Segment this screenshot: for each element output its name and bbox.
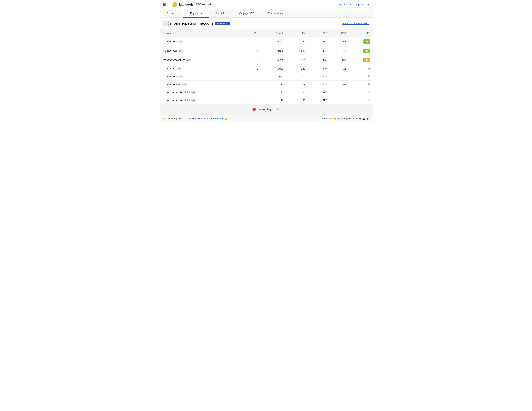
see-all-label: See all keywords (257, 108, 280, 111)
kd-badge: 33 (363, 49, 370, 53)
youtube-icon[interactable]: ▶ (367, 117, 369, 120)
heart-icon: 🧡 (334, 117, 336, 120)
search-cell: 3,900 (261, 46, 285, 56)
kd-cell: 33 (348, 37, 372, 46)
cpc-cell: 0.34 (307, 65, 329, 73)
instagram-icon[interactable]: 📷 (362, 117, 365, 120)
ev-cell: 166 (285, 56, 307, 65)
bottom-bar: ⭐ Like Mangools SEO extension? Rate us o… (160, 115, 372, 122)
cpc-cell: N/A (307, 88, 329, 96)
country-badge: GB (178, 75, 183, 78)
kd-search-icon[interactable]: 🔍 (368, 91, 370, 94)
table-row: monster pets philadelphiaUS17036N/A1🔍 (160, 96, 372, 104)
bottom-bar-right: Made with 🧡 by Mangools 𝕏 f in 📷 ▶ (322, 117, 369, 120)
keyword-text: monster pets philadelphia (163, 99, 190, 102)
kd-search-icon[interactable]: 🔍 (368, 75, 370, 78)
tab-onpage-seo[interactable]: On-page SEO (232, 10, 261, 18)
see-all-keywords-button[interactable]: See all keywords (252, 108, 280, 111)
ev-cell: 47 (285, 88, 307, 96)
header-left: ☰ Mangools SEO extension (163, 2, 339, 7)
search-cell: 5,700 (261, 56, 285, 65)
table-body: monster petsUS16,3002,179N/AN/A33monster… (160, 37, 372, 104)
root-domain-badge: Root domain (215, 22, 230, 25)
keyword-cell: monster pet foodGB (160, 81, 243, 88)
ppc-cell: 100 (329, 56, 348, 65)
domain-icon: # (163, 21, 169, 26)
ev-cell: 153 (285, 65, 307, 73)
cpc-cell: 0.37 (307, 73, 329, 81)
kd-cell: 🔍 (348, 88, 372, 96)
country-badge: US (178, 49, 182, 52)
pos-cell: 3 (243, 73, 260, 81)
search-cell: 130 (261, 81, 285, 88)
cpc-cell: 0.43 (307, 46, 329, 56)
see-all-footer: See all keywords (160, 104, 372, 115)
ppc-cell: N/A (329, 37, 348, 46)
kd-search-icon[interactable]: 🔍 (368, 99, 370, 102)
star-emoji: ⭐ (163, 117, 166, 120)
my-account-link[interactable]: My account (339, 3, 352, 6)
kd-badge: 45 (363, 58, 370, 62)
domain-header: # monsterpetsonline.com Root domain Show… (160, 18, 372, 29)
made-with-text: Made with (322, 117, 332, 120)
keyword-text: monster pets philadelphia (163, 91, 190, 94)
twitter-icon[interactable]: 𝕏 (352, 117, 354, 120)
tab-overview[interactable]: Overview (160, 10, 183, 18)
col-ppc: PPC (329, 29, 348, 37)
pos-cell: 7 (243, 56, 260, 65)
chrome-store-link[interactable]: Rate us on Chrome Store! 🙏 (198, 117, 228, 120)
hamburger-icon[interactable]: ☰ (163, 3, 166, 7)
linkedin-icon[interactable]: in (359, 117, 361, 120)
keyword-cell: monster petsGB (160, 73, 243, 81)
show-exact-url-link[interactable]: Show data for exact URL (342, 22, 369, 25)
col-pos: Pos (243, 29, 260, 37)
kd-cell: 🔍 (348, 96, 372, 104)
facebook-icon[interactable]: f (356, 117, 357, 120)
keyword-cell: monster petGB (160, 65, 243, 73)
ppc-cell: 20 (329, 73, 348, 81)
kd-cell: 🔍 (348, 65, 372, 73)
cpc-cell: N/A (307, 37, 329, 46)
country-badge: GB (182, 83, 187, 86)
pos-cell: 1 (243, 46, 260, 56)
search-cell: 1,000 (261, 73, 285, 81)
logout-link[interactable]: Log out (355, 3, 363, 6)
kd-badge: 33 (363, 39, 370, 44)
keyword-text: monster pets (163, 49, 177, 52)
col-keyword: Keyword (160, 29, 243, 37)
kd-search-icon[interactable]: 🔍 (368, 67, 370, 70)
mangools-logo-icon (172, 2, 177, 7)
keyword-cell: monster petsUS (160, 37, 243, 46)
ev-cell: 1,349 (285, 46, 307, 56)
divider (169, 2, 169, 7)
keyword-text: monster pet food (163, 83, 181, 86)
tab-keywords[interactable]: Keywords (183, 10, 209, 18)
tab-backlinks[interactable]: Backlinks (209, 10, 232, 18)
header-right: My account Log out ⚙ (339, 3, 369, 7)
nav-tabs: Overview Keywords Backlinks On-page SEO … (160, 10, 372, 18)
keyword-cell: monster pet suppliesGB (160, 56, 243, 65)
country-badge: US (178, 40, 182, 43)
ppc-cell: 12 (329, 46, 348, 56)
by-mangools-text: by Mangools (338, 117, 351, 120)
keyword-cell: monster pets philadelphiaUS (160, 96, 243, 104)
kd-cell: 🔍 (348, 81, 372, 88)
table-row: monster petsUS16,3002,179N/AN/A33 (160, 37, 372, 46)
keyword-text: monster pets (163, 75, 177, 78)
kd-search-icon[interactable]: 🔍 (368, 83, 370, 86)
cpc-cell: 24.17 (307, 81, 329, 88)
cpc-cell: 0.58 (307, 56, 329, 65)
kd-cell: 45 (348, 56, 372, 65)
pos-cell: 1 (243, 88, 260, 96)
table-row: monster pet suppliesGB75,7001660.5810045 (160, 56, 372, 65)
like-text: Like Mangools SEO extension? (167, 117, 198, 120)
gear-icon[interactable]: ⚙ (366, 3, 369, 7)
red-dot-icon (252, 108, 256, 111)
col-ev: EV (285, 29, 307, 37)
ev-cell: 90 (285, 73, 307, 81)
search-cell: 1,000 (261, 65, 285, 73)
keywords-table: Keyword Pos Search EV CPC PPC KD monster… (160, 29, 372, 104)
ev-cell: 68 (285, 81, 307, 88)
tab-rank-tracking[interactable]: Rank tracking (261, 10, 290, 18)
kd-cell: 33 (348, 46, 372, 56)
